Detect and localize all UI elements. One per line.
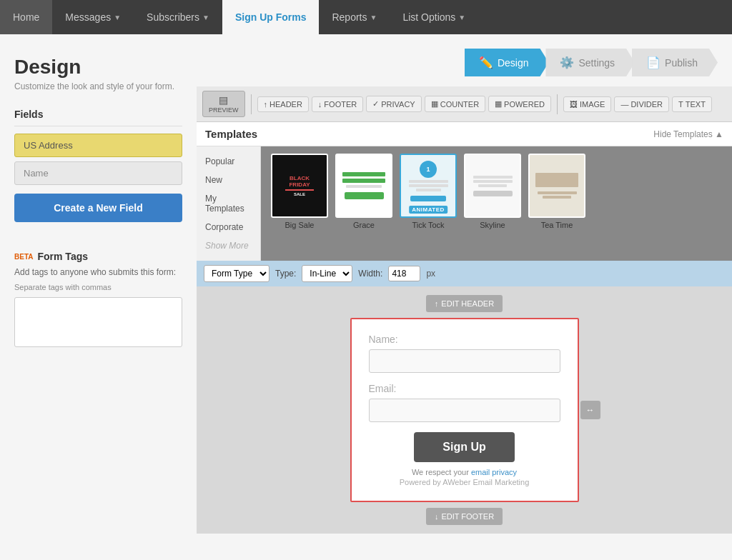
nav-reports[interactable]: Reports ▼ [319, 0, 390, 34]
footer-label: FOOTER [324, 100, 357, 109]
step-publish[interactable]: 📄 Publish [632, 49, 718, 76]
signup-button[interactable]: Sign Up [414, 432, 514, 462]
footer-button[interactable]: ↓ FOOTER [312, 96, 363, 112]
divider-icon: — [620, 100, 628, 109]
template-tick-tock-label: Tick Tock [412, 221, 444, 229]
templates-bar: Templates Hide Templates ▲ [197, 122, 732, 146]
step-settings[interactable]: ⚙️ Settings [545, 49, 635, 76]
privacy-link[interactable]: email privacy [471, 468, 517, 476]
template-cat-new[interactable]: New [197, 171, 260, 189]
nav-home-label: Home [13, 11, 39, 23]
nav-subscribers[interactable]: Subscribers ▼ [134, 0, 222, 34]
template-cat-show-more[interactable]: Show More [197, 236, 260, 255]
width-input[interactable] [388, 266, 420, 281]
form-box: Name: Email: Sign Up We respect your ema… [350, 318, 579, 502]
animated-badge: ANIMATED [409, 206, 447, 214]
counter-label: COUNTER [440, 100, 479, 109]
sidebar: Design Customize the look and style of y… [0, 34, 197, 534]
toolbar-separator-2 [557, 94, 558, 114]
resize-handle[interactable]: ↔ [580, 401, 600, 419]
form-tags-desc: Add tags to anyone who submits this form… [14, 266, 182, 279]
step-design[interactable]: ✏️ Design [465, 49, 549, 76]
nav-messages[interactable]: Messages ▼ [52, 0, 134, 34]
email-label: Email: [369, 383, 560, 394]
templates-title: Templates [205, 128, 257, 140]
privacy-text: We respect your email privacy [369, 468, 560, 476]
create-field-button[interactable]: Create a New Field [14, 194, 182, 222]
template-tea-time-thumb [528, 154, 585, 218]
template-tea-time[interactable]: Tea Time [528, 154, 585, 254]
nav-home[interactable]: Home [0, 0, 52, 34]
powered-icon: ▦ [495, 99, 502, 109]
step-publish-label: Publish [665, 57, 698, 69]
form-tags-section: BETA Form Tags Add tags to anyone who su… [14, 251, 182, 349]
preview-icon: ▤ [219, 94, 228, 106]
image-button[interactable]: 🖼 IMAGE [563, 96, 611, 112]
privacy-text-before: We respect your [412, 468, 469, 476]
powered-button[interactable]: ▦ POWERED [488, 96, 551, 112]
templates-categories: Popular New My Templates Corporate Show … [197, 146, 261, 261]
template-cat-my-templates[interactable]: My Templates [197, 189, 260, 218]
step-settings-label: Settings [578, 57, 615, 69]
template-tick-tock[interactable]: 1 ANIMATED Tick Tock [400, 154, 457, 254]
name-input[interactable] [369, 349, 560, 373]
nav-subscribers-label: Subscribers [147, 11, 199, 23]
template-big-sale-label: Big Sale [285, 221, 315, 229]
preview-label: PREVIEW [209, 106, 239, 114]
nav-messages-arrow: ▼ [114, 14, 121, 21]
step-navigation: ✏️ Design ⚙️ Settings 📄 Publish [197, 49, 732, 76]
page-title: Design [14, 56, 182, 79]
fields-section-label: Fields [14, 109, 182, 126]
counter-button[interactable]: ▦ COUNTER [425, 96, 485, 112]
form-preview-area: ↑ EDIT HEADER Name: Email: Sign Up We re… [197, 286, 732, 534]
template-cat-popular[interactable]: Popular [197, 152, 260, 171]
nav-list-options[interactable]: List Options ▼ [390, 0, 478, 34]
nav-list-options-arrow: ▼ [458, 14, 465, 21]
template-skyline[interactable]: Skyline [464, 154, 521, 254]
beta-badge: BETA [14, 253, 33, 261]
template-cat-corporate[interactable]: Corporate [197, 218, 260, 236]
template-big-sale[interactable]: BLACK FRIDAY SALE Big Sale [271, 154, 328, 254]
template-tea-time-label: Tea Time [541, 221, 573, 229]
px-label: px [426, 269, 435, 279]
divider-button[interactable]: — DIVIDER [614, 96, 669, 112]
form-wrapper: Name: Email: Sign Up We respect your ema… [350, 318, 579, 502]
template-tick-tock-thumb: 1 ANIMATED [400, 154, 457, 218]
privacy-button[interactable]: ✓ PRIVACY [366, 96, 421, 112]
nav-reports-label: Reports [332, 11, 367, 23]
hide-templates-button[interactable]: Hide Templates ▲ [653, 129, 723, 139]
text-button[interactable]: T TEXT [672, 96, 712, 112]
field-us-address[interactable]: US Address [14, 134, 182, 157]
header-button[interactable]: ↑ HEADER [257, 96, 309, 112]
nav-list-options-label: List Options [402, 11, 455, 23]
nav-signup-forms[interactable]: Sign Up Forms [222, 0, 320, 34]
type-label: Type: [275, 269, 296, 279]
preview-button[interactable]: ▤ PREVIEW [202, 91, 245, 117]
step-design-label: Design [498, 57, 529, 69]
template-big-sale-thumb: BLACK FRIDAY SALE [271, 154, 328, 218]
form-tags-input[interactable] [14, 297, 182, 347]
template-grace[interactable]: Grace [335, 154, 392, 254]
field-name[interactable]: Name [14, 161, 182, 185]
main-content: Design Customize the look and style of y… [0, 34, 732, 534]
email-input[interactable] [369, 399, 560, 422]
image-icon: 🖼 [570, 100, 578, 109]
template-grace-label: Grace [353, 221, 375, 229]
nav-subscribers-arrow: ▼ [202, 14, 209, 21]
toolbar-separator-1 [251, 94, 252, 114]
edit-header-label: EDIT HEADER [441, 299, 494, 308]
form-type-select[interactable]: Form Type [204, 265, 269, 282]
toolbar: ▤ PREVIEW ↑ HEADER ↓ FOOTER ✓ PRIVACY ▦ … [197, 86, 732, 122]
template-skyline-label: Skyline [480, 221, 505, 229]
edit-footer-button[interactable]: ↓ EDIT FOOTER [426, 508, 503, 525]
counter-icon: ▦ [431, 99, 438, 109]
divider-label: DIVIDER [630, 100, 663, 109]
template-skyline-thumb [464, 154, 521, 218]
name-label: Name: [369, 334, 560, 345]
powered-label: POWERED [504, 100, 545, 109]
form-tags-sub: Separate tags with commas [14, 283, 182, 291]
type-inline-select[interactable]: In-Line [302, 265, 352, 282]
form-tags-label: BETA Form Tags [14, 251, 182, 262]
edit-header-button[interactable]: ↑ EDIT HEADER [426, 295, 503, 312]
template-grace-thumb [335, 154, 392, 218]
